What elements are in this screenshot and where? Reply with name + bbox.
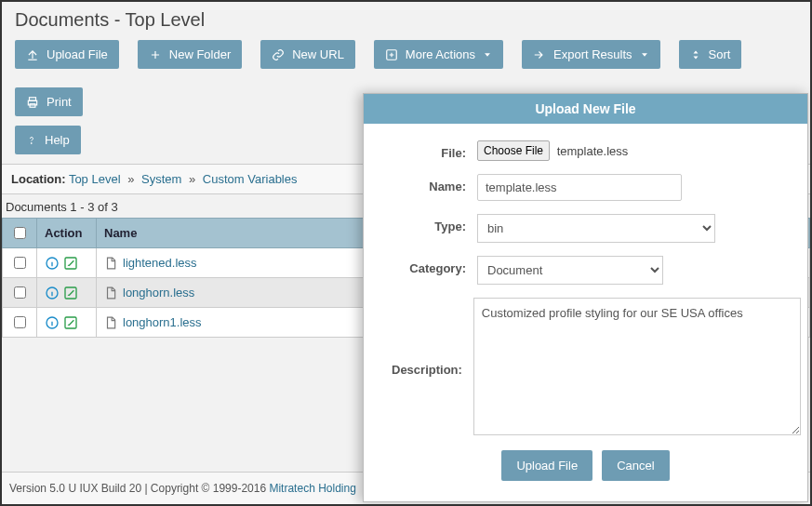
print-button[interactable]: Print [15, 87, 83, 116]
col-name-label: Name [104, 226, 137, 240]
upload-file-dialog: Upload New File File: Choose File templa… [363, 93, 808, 502]
breadcrumb-sep: » [189, 172, 195, 186]
upload-file-button[interactable]: Upload File [15, 40, 119, 69]
more-actions-button[interactable]: More Actions [374, 40, 503, 69]
file-link[interactable]: longhorn1.less [123, 315, 202, 329]
new-url-button[interactable]: New URL [260, 40, 355, 69]
col-select [3, 219, 37, 248]
breadcrumb-link[interactable]: Custom Variables [203, 172, 298, 186]
print-label: Print [47, 95, 72, 109]
breadcrumb-link[interactable]: Top Level [69, 172, 121, 186]
select-all-checkbox[interactable] [14, 227, 26, 239]
chevron-down-icon [640, 50, 649, 60]
info-icon[interactable] [45, 286, 60, 300]
name-label: Name: [392, 174, 477, 193]
sort-icon [690, 48, 701, 61]
edit-icon[interactable] [63, 315, 78, 330]
edit-icon[interactable] [63, 256, 78, 271]
link-icon [272, 48, 285, 61]
print-icon [26, 96, 39, 109]
dialog-upload-button[interactable]: Upload File [501, 450, 592, 481]
export-results-button[interactable]: Export Results [522, 40, 660, 69]
choose-file-button[interactable]: Choose File [477, 140, 550, 161]
description-textarea[interactable] [473, 298, 801, 435]
name-input[interactable] [477, 174, 682, 201]
new-folder-label: New Folder [169, 47, 231, 61]
new-folder-button[interactable]: New Folder [138, 40, 242, 69]
info-icon[interactable] [45, 315, 60, 330]
type-label: Type: [392, 214, 477, 233]
category-select[interactable]: Document [477, 256, 663, 285]
file-link[interactable]: longhorn.less [123, 286, 194, 300]
row-checkbox[interactable] [14, 316, 26, 328]
breadcrumb-label: Location: [11, 172, 66, 186]
breadcrumb-link[interactable]: System [141, 172, 181, 186]
file-link[interactable]: lightened.less [123, 256, 197, 270]
sort-label: Sort [709, 47, 731, 61]
footer-link[interactable]: Mitratech Holding [269, 482, 355, 495]
footer-text: Version 5.0 U IUX Build 20 | Copyright ©… [9, 482, 269, 495]
col-action: Action [37, 219, 97, 248]
file-label: File: [392, 140, 477, 160]
page-title: Documents - Top Level [2, 2, 810, 36]
dialog-title: Upload New File [364, 94, 807, 124]
more-actions-label: More Actions [406, 47, 475, 61]
file-icon [104, 316, 117, 329]
type-select[interactable]: bin [477, 214, 715, 243]
sort-button[interactable]: Sort [679, 40, 742, 69]
upload-file-label: Upload File [47, 47, 108, 61]
svg-point-4 [31, 142, 32, 143]
description-label: Description: [392, 298, 473, 377]
chevron-down-icon [483, 50, 492, 60]
plus-icon [149, 48, 162, 61]
category-label: Category: [392, 256, 477, 275]
help-button[interactable]: Help [15, 126, 81, 154]
row-checkbox[interactable] [14, 257, 26, 269]
file-icon [104, 286, 117, 300]
export-results-label: Export Results [553, 47, 632, 61]
help-icon [26, 134, 37, 147]
dialog-cancel-button[interactable]: Cancel [602, 450, 669, 481]
row-checkbox[interactable] [14, 286, 26, 299]
new-url-label: New URL [292, 47, 344, 61]
chosen-filename: template.less [557, 144, 629, 158]
edit-icon[interactable] [63, 286, 78, 300]
file-icon [104, 257, 117, 270]
upload-icon [26, 48, 39, 61]
export-icon [533, 48, 546, 61]
help-label: Help [45, 133, 70, 147]
breadcrumb-sep: » [127, 172, 134, 186]
info-icon[interactable] [45, 256, 60, 271]
plus-square-icon [385, 48, 398, 61]
